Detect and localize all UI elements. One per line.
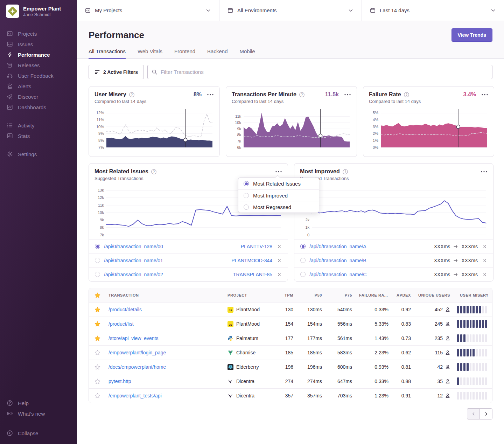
radio-button[interactable] [300,272,306,277]
alerts-icon [7,83,13,89]
column-header-tpm[interactable]: TPM [276,293,297,297]
sidebar-item-help[interactable]: Help [0,398,77,408]
sidebar-item-issues[interactable]: Issues [0,39,77,49]
projects-selector[interactable]: My Projects [77,0,219,21]
sidebar-item-stats[interactable]: Stats [0,131,77,141]
column-header-p75[interactable]: P75 [326,293,356,297]
star-toggle[interactable] [89,393,105,399]
close-icon[interactable] [482,258,487,263]
transaction-link[interactable]: /product/list [108,321,134,327]
dashboards-icon [7,104,13,110]
close-icon[interactable] [482,244,487,249]
help-icon[interactable]: ? [129,92,134,97]
user-misery-card: User Misery ? 8% Compared to last 14 day… [89,86,220,157]
tab-web-vitals[interactable]: Web Vitals [138,48,162,59]
sidebar-item-discover[interactable]: Discover [0,91,77,102]
transaction-link[interactable]: /api/0/transaction_name/C [309,272,366,277]
radio-button[interactable] [95,272,100,277]
card-title: Transactions Per Minute [232,91,296,98]
sidebar-item-projects[interactable]: Projects [0,28,77,39]
radio-button[interactable] [244,181,249,186]
radio-button[interactable] [95,244,100,249]
transaction-link[interactable]: /api/0/transaction_name/00 [104,244,163,249]
apdex-value: 0.88 [392,379,414,384]
chevron-down-icon [490,7,496,14]
sidebar-item-what-s-new[interactable]: What’s new [0,408,77,419]
sidebar-item-activity[interactable]: Activity [0,120,77,131]
apdex-value: 0.62 [392,350,414,355]
star-toggle[interactable] [89,379,105,384]
column-header-p50[interactable]: P50 [297,293,326,297]
radio-button[interactable] [244,204,249,210]
help-icon[interactable]: ? [404,92,409,97]
close-icon[interactable] [277,244,282,249]
transaction-link[interactable]: /empowerplant/login_page [108,350,166,355]
transaction-link[interactable]: /api/0/transaction_name/02 [104,272,163,277]
sidebar-item-releases[interactable]: Releases [0,60,77,70]
failure-rate-value: 5.33% [356,321,392,327]
menu-option-most-regressed[interactable]: Most Regressed [238,201,319,213]
radio-button[interactable] [300,258,306,263]
sidebar-item-alerts[interactable]: Alerts [0,81,77,91]
transaction-link[interactable]: /api/0/transaction_name/B [309,258,366,263]
column-header-transaction[interactable]: TRANSACTION [105,293,224,297]
transaction-link[interactable]: pytest.http [108,379,131,384]
table-header: TRANSACTIONPROJECTTPMP50P75FAILURE RATEA… [89,288,492,302]
star-column-header[interactable] [89,292,105,298]
help-icon[interactable]: ? [299,92,304,97]
sidebar-item-collapse[interactable]: Collapse [0,428,77,438]
transaction-link[interactable]: /product/details [108,307,142,312]
sidebar-item-performance[interactable]: Performance [0,49,77,60]
star-toggle[interactable] [89,307,105,313]
transaction-link[interactable]: /api/0/transaction_name/01 [104,258,163,263]
close-icon[interactable] [277,272,282,277]
svg-text:10%: 10% [96,125,104,129]
column-header-unique-users[interactable]: UNIQUE USERS [414,293,454,297]
tab-mobile[interactable]: Mobile [239,48,255,59]
radio-button[interactable] [244,193,249,198]
column-header-user-misery[interactable]: USER MISERY [454,293,492,297]
column-header-project[interactable]: PROJECT [224,293,276,297]
issue-link[interactable]: PLANTTV-128 [241,244,272,249]
column-header-failure-rate[interactable]: FAILURE RATE [356,293,392,297]
transaction-link[interactable]: /empowerplant_tests/api [108,393,162,398]
column-header-apdex[interactable]: APDEX [392,293,414,297]
issue-link[interactable]: PLANTMOOD-344 [231,258,272,263]
search-input[interactable] [147,65,492,79]
sidebar-item-dashboards[interactable]: Dashboards [0,102,77,112]
next-page-button[interactable] [479,408,492,419]
star-toggle[interactable] [89,364,105,370]
tab-backend[interactable]: Backend [207,48,227,59]
active-filters-button[interactable]: 2 Active Filters [89,65,144,79]
card-menu-button[interactable] [207,93,214,97]
sidebar-item-settings[interactable]: Settings [0,149,77,159]
close-icon[interactable] [482,272,487,277]
view-trends-button[interactable]: View Trends [451,28,492,42]
sidebar-item-label: Issues [18,41,33,47]
star-toggle[interactable] [89,321,105,327]
transaction-link[interactable]: /store/api_view_events [108,335,158,341]
transaction-link[interactable]: /docs/empowerplant/home [108,364,166,370]
card-menu-button[interactable] [275,170,282,174]
environments-selector[interactable]: All Environments [219,0,362,21]
close-icon[interactable] [277,258,282,263]
card-menu-button[interactable] [481,93,488,97]
star-toggle[interactable] [89,350,105,356]
org-switcher[interactable]: Empower Plant Jane Schmidt [0,0,77,21]
card-menu-button[interactable] [481,170,488,174]
issues-icon [7,41,13,47]
menu-option-most-improved[interactable]: Most Improved [238,189,319,201]
star-toggle[interactable] [89,335,105,341]
radio-button[interactable] [95,258,100,263]
sidebar-item-user-feedback[interactable]: User Feedback [0,70,77,81]
tab-frontend[interactable]: Frontend [174,48,195,59]
radio-button[interactable] [300,244,306,249]
issue-link[interactable]: TRANSPLANT-85 [233,272,272,277]
help-icon[interactable]: ? [151,169,156,174]
card-menu-button[interactable] [344,93,351,97]
transaction-link[interactable]: /api/0/transaction_name/A [309,244,366,249]
tab-all-transactions[interactable]: All Transactions [89,48,126,59]
date-range-selector[interactable]: Last 14 days [362,0,504,21]
menu-option-most-related-issues[interactable]: Most Related Issues [238,178,319,189]
help-icon[interactable]: ? [343,169,348,174]
